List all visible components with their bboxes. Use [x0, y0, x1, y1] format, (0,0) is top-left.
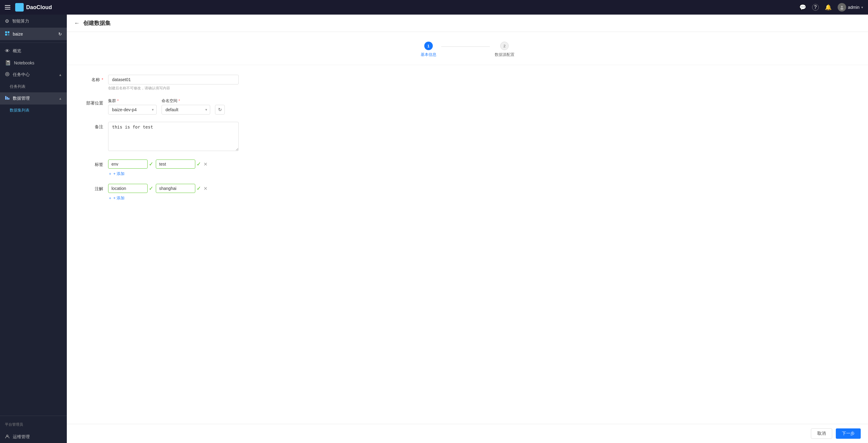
deploy-row: 部署位置 集群 * baize-dev-p4: [79, 98, 328, 115]
remark-textarea[interactable]: this is for test: [108, 122, 239, 151]
tag-item-1: ✓: [156, 159, 201, 169]
sidebar-item-compute-label: 智能算力: [12, 19, 29, 24]
annotations-field: ✓ ✓ ✕ ＋ + 添加: [108, 184, 328, 201]
add-tag-button[interactable]: ＋ + 添加: [108, 171, 328, 177]
name-hint: 创建后名称不可修改，请确认填写内容: [108, 86, 328, 91]
refresh-icon: ↻: [218, 107, 222, 112]
user-area[interactable]: admin ▾: [838, 3, 863, 11]
namespace-refresh-button[interactable]: ↻: [215, 105, 225, 115]
svg-point-11: [7, 73, 8, 75]
name-required-star: *: [102, 77, 103, 82]
svg-rect-3: [20, 8, 22, 10]
notification-icon[interactable]: 🔔: [825, 4, 832, 11]
sidebar-item-notebooks[interactable]: 📓 Notebooks: [0, 57, 67, 69]
chevron-down-icon: ▾: [861, 5, 863, 9]
deploy-grid: 集群 * baize-dev-p4 ▾: [108, 98, 328, 115]
svg-rect-6: [5, 31, 7, 33]
tag-key-1-check[interactable]: ✓: [196, 161, 201, 168]
step-2-circle: 2: [500, 41, 509, 50]
tag-key-0-input[interactable]: [108, 159, 148, 169]
svg-point-4: [841, 6, 843, 8]
sidebar-refresh-icon[interactable]: ↻: [58, 32, 62, 36]
svg-rect-2: [17, 8, 19, 10]
topbar: DaoCloud 💬 ? 🔔 admin ▾: [0, 0, 868, 14]
tag-key-1-input[interactable]: [156, 159, 195, 169]
sidebar-item-overview[interactable]: 👁 概览: [0, 45, 67, 57]
data-management-icon: [5, 95, 10, 101]
sidebar-item-intelligent-compute[interactable]: ⚙ 智能算力: [0, 14, 67, 28]
form-body: 名称 * 创建后名称不可修改，请确认填写内容 部署位置: [67, 65, 340, 218]
main-content: ← 创建数据集 1 基本信息 2 数据源配置: [67, 14, 868, 443]
annotation-key-0-check[interactable]: ✓: [149, 185, 153, 192]
sidebar-item-baize[interactable]: baize ↻: [0, 28, 67, 40]
name-field: 创建后名称不可修改，请确认填写内容: [108, 75, 328, 91]
cluster-select[interactable]: baize-dev-p4: [108, 105, 157, 115]
sidebar-item-baize-label: baize: [13, 32, 23, 36]
logo: DaoCloud: [15, 3, 52, 11]
step-1-circle: 1: [424, 41, 433, 50]
platform-admin-label: 平台管理员: [5, 422, 23, 426]
tag-key-0-check[interactable]: ✓: [149, 161, 153, 168]
tag-delete-button[interactable]: ✕: [204, 161, 208, 167]
name-label: 名称 *: [79, 75, 103, 83]
sidebar-item-dataset-list[interactable]: 数据集列表: [0, 105, 67, 116]
svg-point-10: [5, 72, 9, 76]
annotation-label: 注解: [79, 184, 103, 192]
compute-icon: ⚙: [5, 18, 9, 24]
annotation-delete-button[interactable]: ✕: [204, 186, 208, 191]
sidebar-item-task-center-label: 任务中心: [13, 72, 30, 78]
annotation-val-0-check[interactable]: ✓: [196, 185, 201, 192]
annotation-val-item-0: ✓: [156, 184, 201, 193]
step-1-number: 1: [427, 44, 429, 48]
step-1: 1 基本信息: [421, 41, 436, 57]
help-icon[interactable]: ?: [812, 4, 819, 11]
chat-icon[interactable]: 💬: [799, 4, 806, 11]
remark-field: this is for test: [108, 122, 328, 152]
sidebar-item-task-list[interactable]: 任务列表: [0, 81, 67, 92]
back-button[interactable]: ←: [74, 20, 80, 26]
namespace-sub-label: 命名空间 *: [162, 98, 210, 104]
steps-container: 1 基本信息 2 数据源配置: [67, 32, 868, 65]
logo-text: DaoCloud: [26, 4, 52, 11]
baize-icon: [5, 31, 10, 37]
tags-field: ✓ ✓ ✕ ＋ + 添加: [108, 159, 328, 177]
tags-row: 标签 ✓ ✓: [79, 159, 328, 177]
namespace-select[interactable]: default: [162, 105, 210, 115]
sidebar: ⚙ 智能算力 baize ↻ 👁 概览 📓 Notebooks 任务中心 ▲: [0, 14, 67, 443]
sidebar-item-data-management[interactable]: 数据管理 ▲: [0, 92, 67, 105]
step-1-label: 基本信息: [421, 52, 436, 57]
topbar-left: DaoCloud: [5, 3, 52, 11]
overview-icon: 👁: [5, 48, 10, 54]
name-input[interactable]: [108, 75, 239, 85]
svg-point-15: [7, 435, 8, 437]
annotation-key-0-input[interactable]: [108, 184, 148, 193]
chevron-task-icon: ▲: [59, 73, 62, 77]
add-annotation-button[interactable]: ＋ + 添加: [108, 195, 328, 201]
sidebar-item-data-management-label: 数据管理: [13, 96, 30, 101]
sidebar-item-dataset-list-label: 数据集列表: [10, 108, 29, 113]
remark-label: 备注: [79, 122, 103, 130]
annotations-list: ✓ ✓ ✕: [108, 184, 328, 193]
svg-rect-13: [7, 97, 8, 100]
deploy-label: 部署位置: [79, 98, 103, 106]
cancel-button[interactable]: 取消: [811, 429, 832, 439]
cluster-select-wrapper: baize-dev-p4 ▾: [108, 105, 157, 115]
notebooks-icon: 📓: [5, 60, 11, 66]
menu-icon[interactable]: [5, 5, 10, 9]
annotation-val-0-input[interactable]: [156, 184, 195, 193]
sidebar-item-ops-label: 运维管理: [13, 434, 30, 440]
sidebar-item-ops[interactable]: 运维管理: [0, 431, 67, 443]
svg-rect-8: [5, 34, 7, 35]
plus-tag-icon: ＋: [108, 171, 112, 177]
name-row: 名称 * 创建后名称不可修改，请确认填写内容: [79, 75, 328, 91]
svg-rect-9: [8, 34, 9, 35]
remark-row: 备注 this is for test: [79, 122, 328, 152]
next-button[interactable]: 下一步: [836, 429, 861, 439]
deploy-field: 集群 * baize-dev-p4 ▾: [108, 98, 328, 115]
annotation-key-item-0: ✓: [108, 184, 153, 193]
sidebar-item-task-center[interactable]: 任务中心 ▲: [0, 69, 67, 81]
sidebar-item-notebooks-label: Notebooks: [14, 60, 34, 65]
cluster-req-star: *: [117, 98, 119, 103]
cluster-col: 集群 * baize-dev-p4 ▾: [108, 98, 157, 115]
tag-label: 标签: [79, 159, 103, 168]
